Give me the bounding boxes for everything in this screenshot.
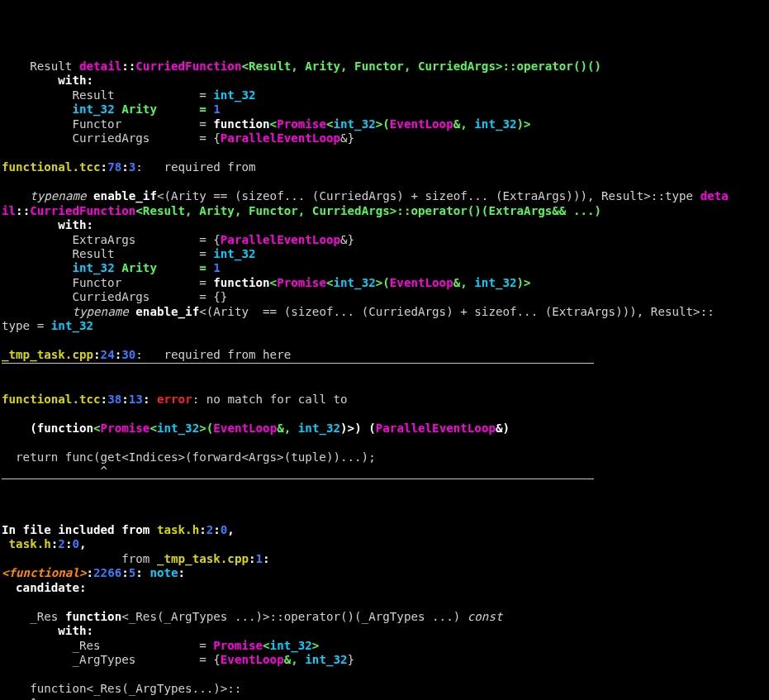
t: > (312, 639, 320, 652)
t: EventLoop (221, 653, 284, 666)
t: &} (340, 131, 354, 145)
t: < (270, 117, 278, 131)
t: >( (376, 117, 390, 131)
t: : (87, 566, 94, 579)
t: 0 (72, 537, 79, 550)
t: )> (517, 117, 531, 131)
t: Functor = (2, 117, 213, 131)
t: int_32 (333, 117, 375, 131)
t: In file included from (2, 523, 157, 536)
t: CurriedFunction (135, 60, 241, 73)
t: int_32 (72, 261, 114, 274)
t: : required from (135, 160, 255, 174)
t: Promise (277, 117, 326, 131)
t: task.h (9, 537, 51, 550)
t: 1 (256, 552, 263, 565)
t: enable_if (135, 305, 199, 318)
t: <(Arity == (sizeof... (CurriedArgs) + si… (157, 189, 700, 202)
t: CurriedArgs = {} (2, 290, 227, 303)
t: < (263, 639, 270, 652)
t: 24 (101, 348, 115, 361)
t: const (468, 610, 503, 623)
t: 2266 (93, 566, 121, 579)
t: 13 (129, 393, 143, 406)
t: ParallelEventLoop (221, 233, 340, 246)
t: with: (2, 74, 93, 87)
t: Promise (213, 639, 263, 652)
t: ( (2, 421, 37, 435)
t: : (121, 566, 129, 579)
t: function (65, 610, 121, 623)
t: Arity = (115, 102, 214, 116)
t: enable_if (93, 189, 157, 202)
t: } (348, 653, 355, 666)
separator (2, 479, 594, 479)
t: Promise (277, 276, 326, 289)
t: _Res (2, 610, 65, 623)
caret: ^ (2, 464, 107, 478)
t: function<_Res(_ArgTypes...)>:: (2, 682, 241, 695)
t: : (121, 393, 129, 406)
t: int_32 (213, 247, 255, 260)
t: from (2, 552, 157, 565)
t: : (199, 523, 206, 536)
t: < (93, 421, 101, 435)
t: <Result, Arity, Functor, CurriedArgs>::o… (241, 60, 601, 73)
compiler-output: Result detail::CurriedFunction<Result, A… (2, 60, 767, 700)
t: &} (340, 233, 354, 246)
t: int_32 (213, 88, 255, 102)
t: : (93, 348, 101, 361)
t: &, (453, 117, 475, 131)
t (2, 537, 9, 550)
t (2, 189, 30, 202)
t: CurriedArgs = { (2, 131, 221, 145)
t: &, (277, 421, 298, 435)
t: < (270, 276, 278, 289)
t: : (249, 552, 256, 565)
t: 1 (213, 261, 221, 274)
t (2, 305, 72, 318)
t: int_32 (474, 117, 516, 131)
t: task.h (157, 523, 199, 536)
t: Result = (2, 88, 213, 102)
t: 1 (213, 102, 221, 116)
t: int_32 (305, 653, 347, 666)
file-loc: <functional> (2, 566, 87, 579)
t: 2 (206, 523, 214, 536)
t: : (101, 160, 108, 174)
t: _Res = (2, 639, 213, 652)
t: with: (2, 624, 93, 637)
t: CurriedFunction (30, 204, 135, 217)
t: function (37, 421, 93, 435)
t: typename (72, 305, 135, 318)
t: : (135, 566, 150, 579)
file-loc: functional.tcc (2, 160, 101, 174)
file-loc: functional.tcc (2, 393, 101, 406)
t: : (121, 160, 129, 174)
t: <_Res(_ArgTypes ...)>::operator()(_ArgTy… (121, 610, 468, 623)
t: detail (79, 60, 121, 73)
t: int_32 (270, 639, 312, 652)
t: &, (453, 276, 475, 289)
t: : (101, 393, 108, 406)
t: : (143, 393, 157, 406)
t: : (115, 348, 122, 361)
t: < (150, 421, 157, 435)
t: typename (30, 189, 93, 202)
t (2, 261, 72, 274)
t: candidate: (2, 581, 87, 594)
t: : required from here (135, 348, 291, 361)
t: 38 (107, 393, 121, 406)
t: int_32 (474, 276, 516, 289)
t: Result = (2, 247, 213, 260)
t: &) (496, 421, 510, 435)
t: _tmp_task.cpp (157, 552, 249, 565)
t: :: (16, 204, 30, 217)
t: <Result, Arity, Functor, CurriedArgs>::o… (135, 204, 601, 217)
t: 78 (107, 160, 121, 174)
t: :: (121, 60, 135, 73)
t: Functor = (2, 276, 213, 289)
t: int_32 (157, 421, 199, 435)
note-label: note (150, 566, 178, 579)
t: Promise (101, 421, 150, 435)
